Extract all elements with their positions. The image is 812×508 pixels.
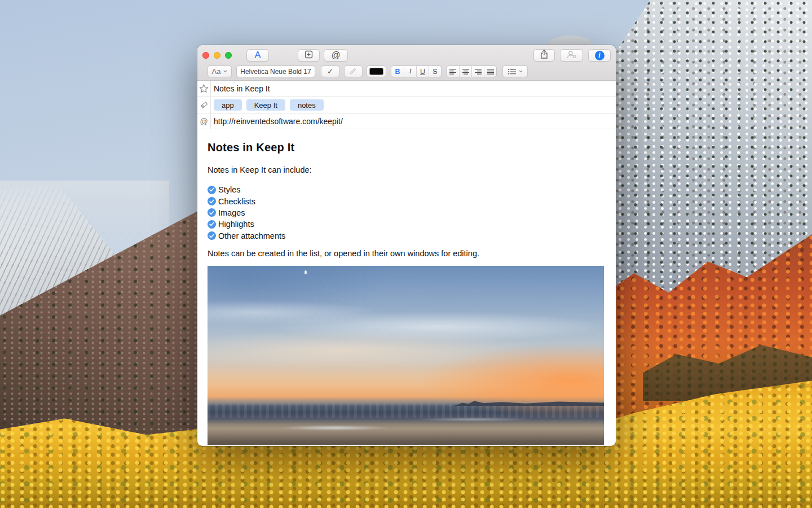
note-url-row: @ http://reinventedsoftware.com/keepit/ (197, 113, 616, 129)
align-justify-button[interactable] (484, 66, 496, 77)
sunset-beach-photo-attachment[interactable] (208, 266, 604, 445)
checked-checkbox-icon[interactable] (208, 220, 216, 229)
note-title-row: Notes in Keep It (197, 81, 616, 97)
pencil-icon (350, 67, 357, 77)
format-style-button[interactable]: A (246, 49, 269, 62)
note-intro-text: Notes in Keep It can include: (208, 165, 604, 174)
alignment-segment (446, 65, 497, 77)
info-button[interactable]: i (588, 49, 611, 62)
note-url-field[interactable]: http://reinventedsoftware.com/keepit/ (211, 113, 616, 129)
list-style-button[interactable] (502, 65, 528, 77)
photo-beach-pool (279, 425, 390, 431)
font-name-value: Helvetica Neue Bold 17 (240, 68, 311, 76)
at-icon: @ (331, 50, 340, 60)
align-center-button[interactable] (459, 66, 471, 77)
checklist-item-label: Checklists (218, 197, 255, 206)
checklist-item: Images (208, 207, 604, 218)
checklist-item: Highlights (208, 218, 604, 230)
traffic-lights (202, 52, 232, 59)
plus-box-icon (304, 50, 313, 61)
text-style-segment: B I U S (391, 65, 442, 77)
info-icon: i (595, 51, 604, 60)
new-note-button[interactable] (298, 49, 320, 62)
checklist-item: Styles (208, 184, 604, 195)
format-bar: Aa Helvetica Neue Bold 17 ✓ (197, 65, 616, 80)
checklist-item-label: Other attachments (218, 231, 285, 240)
share-icon (540, 50, 548, 61)
favorite-star-icon[interactable] (197, 81, 211, 97)
checklist-button[interactable]: ✓ (321, 65, 339, 77)
checked-checkbox-icon[interactable] (208, 197, 216, 205)
checkmark-icon: ✓ (327, 67, 333, 76)
minimize-button[interactable] (214, 52, 220, 59)
at-icon: @ (197, 113, 211, 129)
photo-moon (304, 270, 307, 274)
desktop[interactable]: A @ (0, 0, 812, 508)
strikethrough-button[interactable]: S (429, 66, 441, 77)
checklist-item: Checklists (208, 195, 604, 207)
note-checklist: Styles Checklists Images Highlights Othe… (208, 184, 604, 242)
window-chrome: A @ (197, 45, 616, 81)
bullet-list-icon (508, 69, 516, 75)
align-left-button[interactable] (447, 66, 459, 77)
bold-button[interactable]: B (391, 66, 404, 77)
checklist-item: Other attachments (208, 230, 604, 242)
checked-checkbox-icon[interactable] (208, 186, 216, 194)
zoom-button[interactable] (225, 52, 232, 59)
note-title-value: Notes in Keep It (214, 84, 270, 93)
note-paragraph: Notes can be created in the list, or ope… (208, 249, 604, 258)
note-tags-row: app Keep It notes (197, 97, 616, 113)
chevron-down-icon (223, 70, 227, 73)
checklist-item-label: Highlights (218, 220, 254, 229)
text-styles-label: Aa (212, 67, 221, 76)
color-swatch-black (369, 68, 383, 75)
text-color-button[interactable] (367, 65, 386, 77)
tag-icon (197, 97, 211, 113)
tag-pill[interactable]: Keep It (246, 99, 285, 111)
tag-pill[interactable]: app (214, 99, 242, 111)
close-button[interactable] (202, 52, 209, 59)
note-heading: Notes in Keep It (208, 141, 604, 154)
align-right-icon (475, 69, 482, 75)
italic-button[interactable]: I (404, 66, 416, 77)
note-editor[interactable]: Notes in Keep It Notes in Keep It can in… (197, 129, 616, 445)
photo-headland (453, 398, 604, 406)
tag-pill[interactable]: notes (290, 99, 324, 111)
add-person-button[interactable] (560, 49, 583, 62)
align-justify-icon (487, 69, 494, 75)
note-title-field[interactable]: Notes in Keep It (211, 81, 616, 97)
photo-beach-pool (414, 417, 533, 422)
checklist-item-label: Styles (218, 185, 241, 194)
share-button[interactable] (533, 49, 555, 62)
underline-button[interactable]: U (416, 66, 429, 77)
add-link-button[interactable]: @ (324, 49, 348, 62)
keepit-note-window: A @ (197, 45, 616, 446)
highlight-button[interactable] (344, 65, 363, 77)
font-name-field[interactable]: Helvetica Neue Bold 17 (236, 65, 315, 77)
titlebar-right-group: i (533, 49, 611, 62)
align-right-button[interactable] (471, 66, 484, 77)
chevron-down-icon (519, 70, 523, 73)
checked-checkbox-icon[interactable] (208, 231, 216, 240)
note-url-value: http://reinventedsoftware.com/keepit/ (214, 117, 343, 126)
checked-checkbox-icon[interactable] (208, 208, 216, 217)
note-tags-field[interactable]: app Keep It notes (211, 97, 616, 113)
person-add-icon (566, 50, 577, 61)
checklist-item-label: Images (218, 208, 245, 217)
format-style-label: A (254, 50, 261, 61)
align-center-icon (462, 69, 469, 75)
text-styles-button[interactable]: Aa (208, 65, 232, 77)
align-left-icon (449, 69, 456, 75)
window-titlebar[interactable]: A @ (197, 45, 616, 65)
